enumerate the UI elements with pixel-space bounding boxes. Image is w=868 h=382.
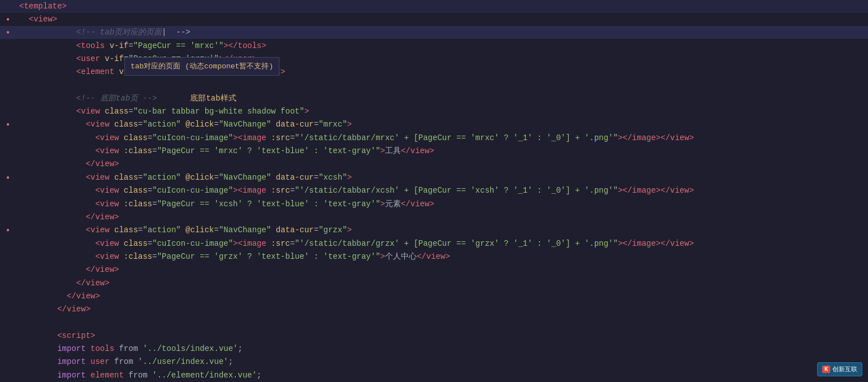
logo-brand-text: 创新互联 [832, 365, 857, 374]
code-line-24: </view> [0, 303, 868, 316]
line-content: <!-- tab页对应的页面| --> [16, 13, 868, 52]
code-line-1: <template> [0, 0, 868, 13]
line-content: <template> [16, 0, 868, 13]
line-gutter-dot: ● [0, 118, 16, 131]
line-gutter-dot: ● [0, 26, 16, 39]
code-line-3-highlighted: ● <!-- tab页对应的页面| --> tab对应的页面 (动态compon… [0, 26, 868, 39]
code-lines: <template> ● <view> ● <!-- tab页对应的页面| --… [0, 0, 868, 382]
line-gutter-dot: ● [0, 13, 16, 26]
brand-logo: K 创新互联 [817, 362, 862, 376]
autocomplete-tooltip: tab对应的页面 (动态componet暂不支持) [124, 57, 279, 76]
logo-k-icon: K [822, 366, 830, 373]
line-gutter-dot: ● [0, 171, 16, 184]
code-line-import-element: import element from '../element/index.vu… [0, 369, 868, 382]
line-gutter-dot: ● [0, 224, 16, 237]
line-content: import element from '../element/index.vu… [16, 356, 868, 382]
code-editor: <template> ● <view> ● <!-- tab页对应的页面| --… [0, 0, 868, 382]
